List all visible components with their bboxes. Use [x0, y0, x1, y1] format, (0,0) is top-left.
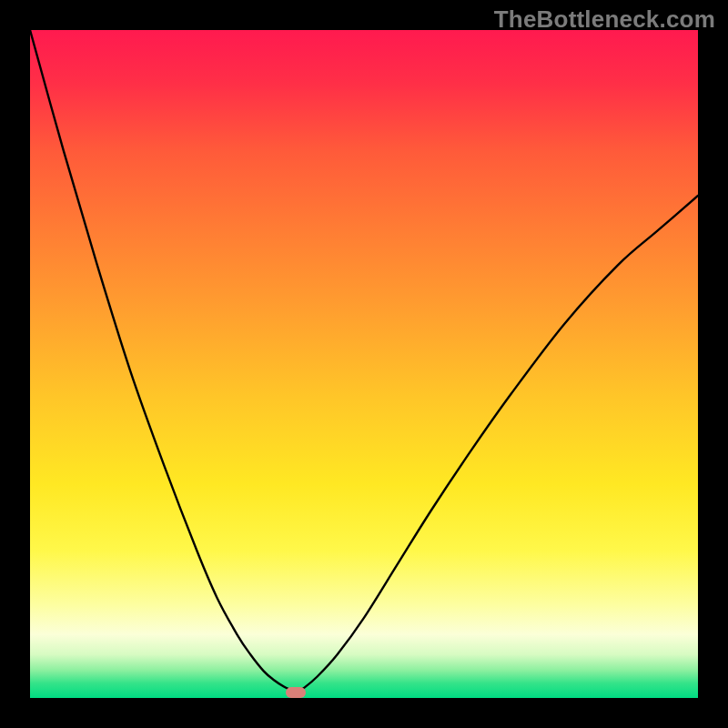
- plot-area: [30, 30, 698, 698]
- chart-frame: TheBottleneck.com: [0, 0, 728, 728]
- bottleneck-marker: [286, 687, 306, 698]
- chart-svg: [30, 30, 698, 698]
- gradient-background: [30, 30, 698, 698]
